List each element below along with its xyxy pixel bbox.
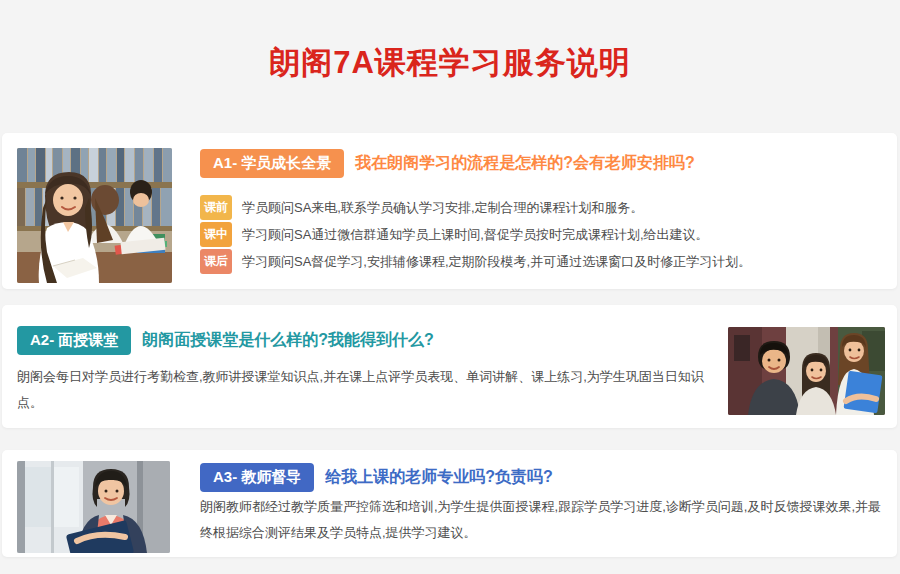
section-question-a2: 朗阁面授课堂是什么样的?我能得到什么? <box>142 330 434 351</box>
phase-text-after-class: 学习顾问SA督促学习,安排辅修课程,定期阶段模考,并可通过选课窗口及时修正学习计… <box>242 253 751 271</box>
phase-tag-before-class: 课前 <box>200 195 232 220</box>
phase-tag-after-class: 课后 <box>200 249 232 274</box>
phase-row-after-class: 课后 学习顾问SA督促学习,安排辅修课程,定期阶段模考,并可通过选课窗口及时修正… <box>200 249 751 274</box>
section-badge-a3: A3- 教师督导 <box>200 463 314 492</box>
section-card-a1: A1- 学员成长全景 我在朗阁学习的流程是怎样的?会有老师安排吗? 课前 学员顾… <box>2 133 897 289</box>
photo-three-students <box>728 327 885 415</box>
phase-text-in-class: 学习顾问SA通过微信群通知学员上课时间,督促学员按时完成课程计划,给出建议。 <box>242 226 709 244</box>
phase-row-in-class: 课中 学习顾问SA通过微信群通知学员上课时间,督促学员按时完成课程计划,给出建议… <box>200 222 709 247</box>
page-title: 朗阁7A课程学习服务说明 <box>0 42 900 84</box>
phase-tag-in-class: 课中 <box>200 222 232 247</box>
phase-text-before-class: 学员顾问SA来电,联系学员确认学习安排,定制合理的课程计划和服务。 <box>242 199 644 217</box>
section-card-a2: A2- 面授课堂 朗阁面授课堂是什么样的?我能得到什么? 朗阁会每日对学员进行考… <box>2 305 897 428</box>
photo-students-library <box>17 148 172 283</box>
section-question-a1: 我在朗阁学习的流程是怎样的?会有老师安排吗? <box>355 153 695 174</box>
section-body-a3: 朗阁教师都经过教学质量严控筛选和培训,为学生提供面授课程,跟踪学员学习进度,诊断… <box>200 494 894 546</box>
section-badge-a1: A1- 学员成长全景 <box>200 149 344 178</box>
photo-teacher-clipboard <box>17 461 170 553</box>
section-badge-a2: A2- 面授课堂 <box>17 326 131 355</box>
phase-row-before-class: 课前 学员顾问SA来电,联系学员确认学习安排,定制合理的课程计划和服务。 <box>200 195 644 220</box>
section-question-a3: 给我上课的老师专业吗?负责吗? <box>325 467 553 488</box>
section-body-a2: 朗阁会每日对学员进行考勤检查,教师讲授课堂知识点,并在课上点评学员表现、单词讲解… <box>17 364 723 416</box>
section-card-a3: A3- 教师督导 给我上课的老师专业吗?负责吗? 朗阁教师都经过教学质量严控筛选… <box>2 450 897 557</box>
